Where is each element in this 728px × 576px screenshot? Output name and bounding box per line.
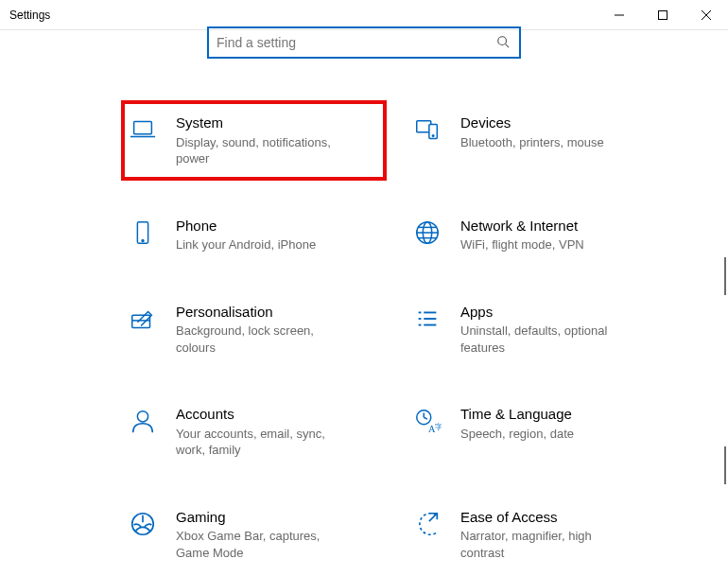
content-area: System Display, sound, notifications, po… [0,30,728,565]
search-box[interactable] [207,26,521,59]
tile-title: Phone [176,217,316,236]
tile-desc: Xbox Game Bar, captures, Game Mode [176,528,346,561]
tile-title: Apps [460,303,631,322]
laptop-icon [127,113,159,146]
gaming-icon [127,508,159,540]
tile-desc: WiFi, flight mode, VPN [460,236,584,253]
devices-icon [411,113,443,146]
scrollbar[interactable] [724,446,726,484]
tile-desc: Background, lock screen, colours [176,323,346,356]
settings-grid: System Display, sound, notifications, po… [0,110,728,565]
tile-personalisation[interactable]: Personalisation Background, lock screen,… [121,299,387,360]
maximize-button[interactable] [641,0,685,30]
tile-desc: Bluetooth, printers, mouse [460,134,604,151]
tile-devices[interactable]: Devices Bluetooth, printers, mouse [406,110,671,171]
tile-desc: Narrator, magnifier, high contrast [460,528,631,561]
ease-of-access-icon [411,508,443,540]
time-language-icon: A字 [411,405,443,437]
svg-rect-1 [659,10,667,19]
tile-title: Gaming [176,508,346,527]
search-input[interactable] [217,35,511,50]
svg-point-26 [137,411,147,422]
tile-desc: Your accounts, email, sync, work, family [176,426,346,459]
phone-icon [127,217,159,249]
tile-title: Devices [460,113,604,132]
window-title: Settings [9,9,50,22]
tile-title: Network & Internet [460,217,584,236]
person-icon [127,405,159,437]
search-icon [496,35,510,51]
apps-list-icon [411,303,443,335]
tile-gaming[interactable]: Gaming Xbox Game Bar, captures, Game Mod… [121,504,387,566]
close-button[interactable] [685,0,728,30]
tile-system[interactable]: System Display, sound, notifications, po… [121,100,387,181]
svg-point-4 [498,36,507,44]
tile-title: System [176,113,346,132]
tile-title: Ease of Access [460,508,631,527]
globe-icon [411,217,443,249]
tile-title: Personalisation [176,303,346,322]
svg-text:字: 字 [435,424,442,432]
svg-line-34 [429,514,437,521]
tile-accounts[interactable]: Accounts Your accounts, email, sync, wor… [121,401,387,463]
tile-time-language[interactable]: A字 Time & Language Speech, region, date [406,401,671,463]
scrollbar[interactable] [724,257,726,295]
svg-line-5 [506,44,510,47]
tile-title: Accounts [176,405,346,424]
svg-rect-6 [134,122,152,134]
tile-desc: Uninstall, defaults, optional features [460,323,631,356]
paint-icon [127,303,159,335]
tile-phone[interactable]: Phone Link your Android, iPhone [121,213,387,257]
minimize-button[interactable] [598,0,641,30]
tile-ease-of-access[interactable]: Ease of Access Narrator, magnifier, high… [406,504,671,566]
tile-desc: Link your Android, iPhone [176,236,316,253]
tile-desc: Display, sound, notifications, power [176,134,346,167]
tile-network[interactable]: Network & Internet WiFi, flight mode, VP… [406,213,671,257]
tile-desc: Speech, region, date [460,426,574,443]
svg-point-12 [142,239,144,241]
tile-title: Time & Language [460,405,574,424]
svg-line-29 [424,417,427,419]
svg-point-10 [432,135,434,137]
tile-apps[interactable]: Apps Uninstall, defaults, optional featu… [406,299,671,360]
